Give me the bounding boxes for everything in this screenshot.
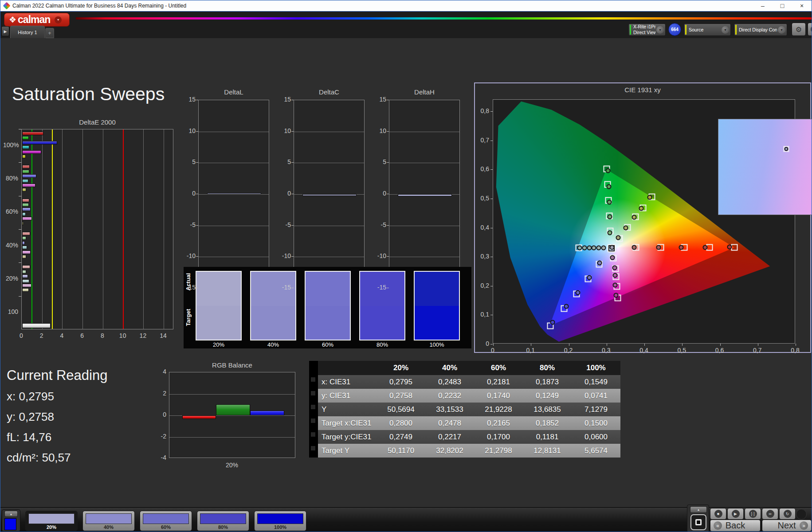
- measurement-table: 20%40%60%80%100%x: CIE310,27950,24830,21…: [309, 361, 620, 458]
- table-cell: 0,2181: [474, 378, 523, 387]
- swatch-percent-label: 60%: [305, 341, 351, 348]
- expand-up-button[interactable]: ▲: [690, 506, 707, 513]
- deltaHPlot-y-tick: [387, 194, 389, 194]
- rgb-balance-xlabel: 20%: [223, 462, 241, 469]
- target-swatch: [196, 306, 241, 340]
- deltae-bar: [22, 241, 25, 245]
- swatch-percent-label: 80%: [359, 341, 405, 348]
- play-icon: ▶: [732, 510, 740, 518]
- expand-up-button[interactable]: ▲: [4, 511, 18, 517]
- cie-inset-measure-marker: [784, 147, 788, 151]
- cie-1931-panel: CIE 1931 xy 00,10,20,30,40,50,60,70,800,…: [474, 82, 811, 353]
- cie-x-tick: [493, 344, 494, 346]
- cie-x-tick: [607, 344, 607, 346]
- cie-measure-marker: [612, 273, 617, 278]
- meter-status-accent: [630, 25, 631, 35]
- deltae-gridline: [143, 129, 144, 329]
- rgb-y-tick-label: -2: [151, 433, 166, 440]
- swatch-percent-label: 40%: [250, 341, 296, 348]
- deltae-bar: [22, 188, 26, 192]
- table-header-row: 20%40%60%80%100%: [318, 361, 620, 375]
- cie-x-tick: [796, 344, 796, 346]
- pattern-swatch-label: 80%: [197, 524, 249, 530]
- deltaCPlot-y-tick-label: -15: [276, 284, 291, 291]
- deltaCPlot-y-tick-label: 15: [276, 96, 291, 103]
- next-button[interactable]: Next »: [762, 520, 812, 532]
- deltae-group-label: 80%: [3, 175, 18, 182]
- collapse-panel-button[interactable]: ◀: [808, 23, 812, 36]
- close-button[interactable]: ×: [792, 0, 812, 11]
- cie-y-tick: [490, 169, 493, 170]
- cie-measure-marker: [575, 290, 580, 295]
- pattern-tile: ▲: [2, 509, 20, 532]
- cie-zoom-inset: [718, 119, 812, 215]
- table-cell: 0,1740: [474, 391, 523, 400]
- deltaLPlot-y-tick-label: 5: [180, 158, 196, 165]
- bracket-button[interactable]: [·]: [745, 508, 761, 520]
- swatch-percent-label: 20%: [196, 341, 242, 348]
- deltaHPlot-y-tick-label: -15: [371, 284, 386, 291]
- add-tab-button[interactable]: +: [45, 28, 54, 38]
- minimize-button[interactable]: –: [753, 0, 773, 11]
- pattern-swatch-label: 100%: [255, 524, 306, 530]
- cie-measure-marker: [606, 168, 611, 173]
- deltae-bar: [22, 212, 26, 216]
- tab-history-1[interactable]: History 1: [10, 26, 45, 38]
- meter-dropdown[interactable]: X-Rite i1Pro 3 Direct View ▼: [628, 23, 666, 36]
- cie-measure-marker: [614, 293, 619, 298]
- cie-y-tick-label: 0,4: [477, 224, 489, 231]
- deltaLPlot-y-tick: [196, 100, 198, 100]
- loop-button[interactable]: ∞: [762, 508, 778, 520]
- source-label: Source: [689, 27, 721, 33]
- pattern-swatch-button-80[interactable]: 80%: [197, 511, 249, 531]
- pattern-swatch-button-100[interactable]: 100%: [254, 511, 306, 531]
- play-button[interactable]: ▶: [727, 508, 744, 520]
- display-control-dropdown[interactable]: Direct Display Control ▼: [734, 23, 787, 36]
- cie-chart: [493, 99, 795, 344]
- back-button[interactable]: « Back: [710, 520, 761, 532]
- deltae-gridline: [103, 129, 103, 329]
- pattern-swatch-button-40[interactable]: 40%: [82, 511, 135, 531]
- deltae-bar: [22, 174, 36, 178]
- pattern-mode-tile: ▲: [687, 505, 709, 532]
- pattern-swatch: [143, 513, 189, 524]
- rgb-bar-g: [216, 404, 250, 415]
- calman-menu-button[interactable]: ❖ calman ▼: [4, 13, 70, 27]
- rgb-y-tick-label: -4: [151, 454, 166, 461]
- deltaLPlot-gridline: [199, 132, 269, 132]
- table-cell: 0,2217: [425, 433, 474, 442]
- actual-swatch: [196, 272, 241, 306]
- cie-y-tick-label: 0,1: [477, 311, 489, 318]
- swatch-compare-box: [196, 271, 242, 340]
- layout-nav-arrow-button[interactable]: ▶: [1, 26, 9, 36]
- deltae-bar: [22, 165, 30, 168]
- deltaLPlot-y-tick-label: 15: [180, 96, 196, 103]
- meter-count-badge[interactable]: 664: [668, 23, 681, 36]
- cie-measure-marker: [647, 195, 652, 200]
- deltaHPlot-y-tick-label: 15: [371, 96, 386, 103]
- swatch-compare-box: [359, 271, 405, 340]
- settings-button[interactable]: ⚙: [792, 23, 806, 36]
- cie-x-tick-label: 0,7: [749, 347, 765, 354]
- pattern-swatch-button-20[interactable]: 20%: [25, 511, 78, 531]
- table-cell: 0,1181: [523, 433, 572, 442]
- deltaLPlot-y-tick-label: -5: [180, 221, 196, 228]
- table-gutter-cell: [311, 432, 315, 437]
- current-pattern-swatch[interactable]: [4, 518, 16, 530]
- pattern-swatch-button-60[interactable]: 60%: [140, 511, 192, 531]
- cie-y-tick: [490, 344, 493, 344]
- window-pattern-button[interactable]: [690, 514, 706, 530]
- deltaHPlot-bar: [398, 194, 452, 196]
- cie-y-tick: [490, 228, 493, 228]
- deltae-y-tick: [19, 262, 21, 263]
- refresh-button[interactable]: ↻: [779, 508, 796, 520]
- deltaCPlot-y-tick-label: 0: [276, 190, 291, 197]
- source-dropdown[interactable]: Source ▼: [684, 23, 731, 36]
- table-cell: 12,8131: [523, 446, 572, 455]
- deltaHPlot-gridline: [389, 226, 459, 226]
- table-row: y: CIE310,27580,22320,17400,12490,0741: [318, 389, 620, 403]
- maximize-button[interactable]: □: [773, 0, 792, 11]
- stop-button[interactable]: ■: [710, 508, 726, 520]
- deltae-bar: [22, 246, 27, 249]
- meter-line2: Direct View: [633, 30, 655, 35]
